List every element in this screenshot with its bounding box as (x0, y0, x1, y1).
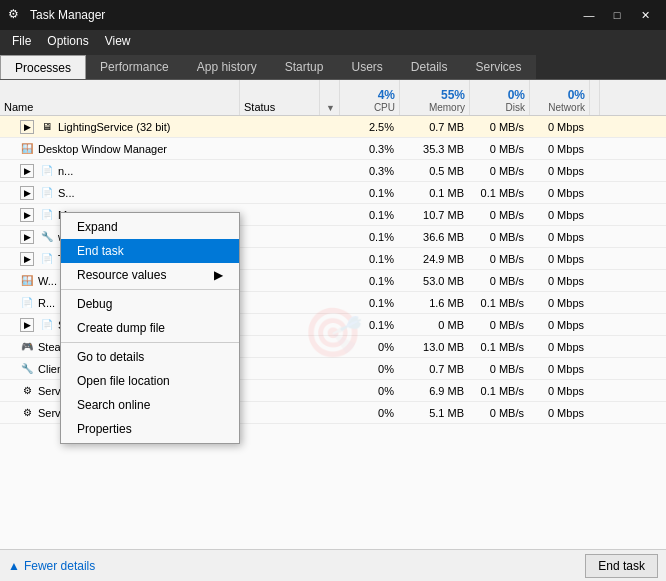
table-header: Name Status ▼ 4% CPU 55% Memory 0% Disk … (0, 80, 666, 116)
maximize-button[interactable]: □ (604, 6, 630, 24)
row-expander[interactable]: ▶ (20, 252, 34, 266)
process-icon: ⚙ (20, 406, 34, 420)
col-header-status[interactable]: Status (240, 80, 320, 115)
table-row[interactable]: 🪟Desktop Window Manager 0.3% 35.3 MB 0 M… (0, 138, 666, 160)
menu-view[interactable]: View (97, 32, 139, 50)
col-header-network[interactable]: 0% Network (530, 80, 590, 115)
title-bar: ⚙ Task Manager — □ ✕ (0, 0, 666, 30)
col-header-scrollbar (590, 80, 600, 115)
tab-processes[interactable]: Processes (0, 55, 86, 79)
tab-details[interactable]: Details (397, 55, 462, 79)
process-icon: 📄 (40, 164, 54, 178)
col-sort-arrow: ▼ (320, 80, 340, 115)
menu-options[interactable]: Options (39, 32, 96, 50)
ctx-open-file-location[interactable]: Open file location (61, 369, 239, 393)
end-task-button[interactable]: End task (585, 554, 658, 578)
process-icon: 📄 (40, 318, 54, 332)
ctx-separator-2 (61, 342, 239, 343)
tab-services[interactable]: Services (462, 55, 536, 79)
process-icon: 📄 (20, 296, 34, 310)
table-row[interactable]: ▶🖥LightingService (32 bit) 2.5% 0.7 MB 0… (0, 116, 666, 138)
app-title: Task Manager (30, 8, 105, 22)
fewer-details-label: Fewer details (24, 559, 95, 573)
context-menu: Expand End task Resource values ▶ Debug … (60, 212, 240, 444)
table-body: 🎯 ▶🖥LightingService (32 bit) 2.5% 0.7 MB… (0, 116, 666, 549)
row-expander[interactable]: ▶ (20, 186, 34, 200)
ctx-go-to-details[interactable]: Go to details (61, 345, 239, 369)
tab-performance[interactable]: Performance (86, 55, 183, 79)
row-expander[interactable]: ▶ (20, 120, 34, 134)
ctx-end-task[interactable]: End task (61, 239, 239, 263)
col-header-name[interactable]: Name (0, 80, 240, 115)
ctx-resource-values[interactable]: Resource values ▶ (61, 263, 239, 287)
process-icon: 🔧 (40, 230, 54, 244)
ctx-properties[interactable]: Properties (61, 417, 239, 441)
chevron-up-icon: ▲ (8, 559, 20, 573)
process-icon: 🖥 (40, 120, 54, 134)
col-header-memory[interactable]: 55% Memory (400, 80, 470, 115)
ctx-expand[interactable]: Expand (61, 215, 239, 239)
process-icon: 📄 (40, 252, 54, 266)
process-icon: 🔧 (20, 362, 34, 376)
submenu-arrow-icon: ▶ (214, 268, 223, 282)
process-icon: 🎮 (20, 340, 34, 354)
ctx-debug[interactable]: Debug (61, 292, 239, 316)
process-icon: 🪟 (20, 142, 34, 156)
ctx-create-dump[interactable]: Create dump file (61, 316, 239, 340)
tabs: Processes Performance App history Startu… (0, 52, 666, 80)
tab-startup[interactable]: Startup (271, 55, 338, 79)
close-button[interactable]: ✕ (632, 6, 658, 24)
process-icon: 📄 (40, 208, 54, 222)
fewer-details-button[interactable]: ▲ Fewer details (8, 559, 95, 573)
col-header-cpu[interactable]: 4% CPU (340, 80, 400, 115)
minimize-button[interactable]: — (576, 6, 602, 24)
row-expander[interactable]: ▶ (20, 318, 34, 332)
tab-users[interactable]: Users (337, 55, 396, 79)
status-bar: ▲ Fewer details End task (0, 549, 666, 581)
process-icon: ⚙ (20, 384, 34, 398)
ctx-search-online[interactable]: Search online (61, 393, 239, 417)
menu-bar: File Options View (0, 30, 666, 52)
process-icon: 📄 (40, 186, 54, 200)
col-header-disk[interactable]: 0% Disk (470, 80, 530, 115)
row-expander[interactable]: ▶ (20, 164, 34, 178)
ctx-separator-1 (61, 289, 239, 290)
process-icon: 🪟 (20, 274, 34, 288)
menu-file[interactable]: File (4, 32, 39, 50)
row-expander[interactable]: ▶ (20, 208, 34, 222)
app-icon: ⚙ (8, 7, 24, 23)
row-expander[interactable]: ▶ (20, 230, 34, 244)
table-row[interactable]: ▶📄S... 0.1% 0.1 MB 0.1 MB/s 0 Mbps (0, 182, 666, 204)
tab-app-history[interactable]: App history (183, 55, 271, 79)
table-row[interactable]: ▶📄n... 0.3% 0.5 MB 0 MB/s 0 Mbps (0, 160, 666, 182)
